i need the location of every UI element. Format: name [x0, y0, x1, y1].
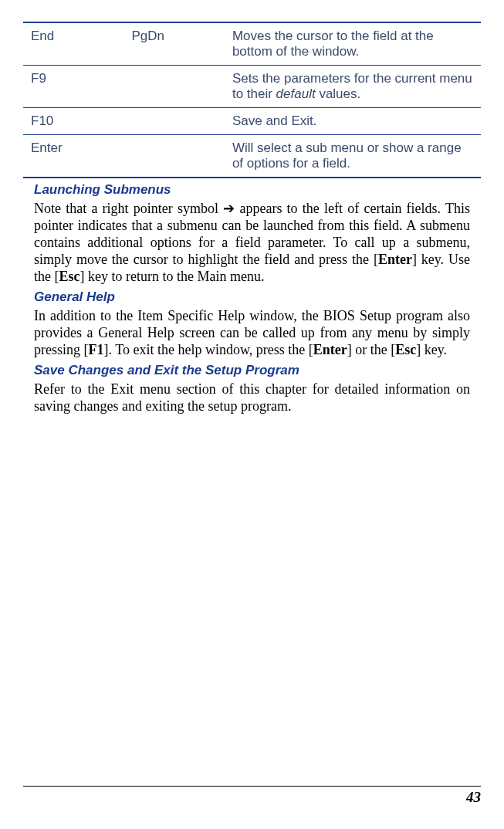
key-esc: Esc [59, 269, 79, 284]
heading-general-help: General Help [34, 289, 470, 305]
heading-launching-submenus: Launching Submenus [34, 182, 470, 198]
key-cell: F9 [23, 66, 123, 108]
table-row: Enter Will select a sub menu or show a r… [23, 135, 481, 178]
table-row: F10 Save and Exit. [23, 108, 481, 135]
alt-cell [123, 108, 224, 135]
text-span: ] key to return to the Main menu. [79, 269, 264, 284]
heading-save-exit: Save Changes and Exit the Setup Program [34, 363, 470, 378]
alt-cell [123, 66, 224, 108]
key-esc: Esc [395, 342, 416, 357]
paragraph-general: In addition to the Item Specific Help wi… [34, 308, 470, 359]
desc-cell: Sets the parameters for the current menu… [225, 66, 481, 108]
alt-cell: PgDn [123, 22, 224, 66]
desc-cell: Moves the cursor to the field at the bot… [225, 22, 481, 66]
table-row: End PgDn Moves the cursor to the field a… [23, 22, 481, 66]
desc-cell: Save and Exit. [225, 108, 481, 135]
key-cell: End [23, 22, 123, 66]
desc-cell: Will select a sub menu or show a range o… [225, 135, 481, 178]
desc-italic: default [276, 86, 316, 101]
key-cell: F10 [23, 108, 123, 135]
paragraph-launching: Note that a right pointer symbol ➔ appea… [34, 201, 470, 286]
table-row: F9 Sets the parameters for the current m… [23, 66, 481, 108]
key-bindings-table: End PgDn Moves the cursor to the field a… [23, 22, 481, 178]
page-footer: 43 [23, 786, 481, 806]
key-f1: F1 [89, 342, 104, 357]
key-enter: Enter [378, 252, 412, 267]
arrow-icon: ➔ [223, 201, 235, 216]
alt-cell [123, 135, 224, 178]
text-span: ]. To exit the help window, press the [ [104, 342, 313, 357]
text-span: ] or the [ [347, 342, 395, 357]
paragraph-save: Refer to the Exit menu section of this c… [34, 381, 470, 415]
key-enter: Enter [313, 342, 347, 357]
key-cell: Enter [23, 135, 123, 178]
text-span: ] key. [416, 342, 447, 357]
text-span: Note that a right pointer symbol [34, 201, 223, 216]
page-number: 43 [466, 789, 481, 805]
desc-text: values. [316, 86, 361, 101]
